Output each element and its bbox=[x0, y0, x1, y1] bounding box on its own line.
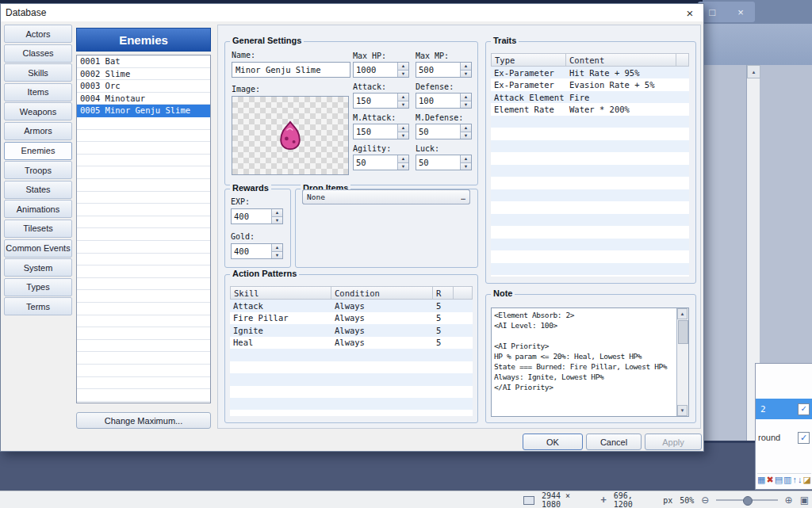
zoom-out-icon[interactable]: ⊖ bbox=[701, 495, 709, 506]
sidebar-category-tab[interactable]: States bbox=[4, 181, 72, 199]
sidebar-category-tab[interactable]: Types bbox=[4, 278, 72, 296]
sidebar-category-tab[interactable]: Terms bbox=[4, 297, 72, 315]
ok-button[interactable]: OK bbox=[523, 434, 583, 450]
sidebar-category-tab[interactable]: Actors bbox=[4, 25, 72, 43]
spin-down-icon[interactable]: ▼ bbox=[272, 251, 282, 259]
enemy-list-item[interactable]: 0002 Slime bbox=[77, 68, 210, 81]
enemy-image-box[interactable] bbox=[232, 96, 349, 175]
note-text[interactable]: <Element Absorb: 2> <AI Level: 100> <AI … bbox=[494, 310, 675, 414]
spin-down-icon[interactable]: ▼ bbox=[272, 216, 282, 224]
scroll-up-icon[interactable]: ▲ bbox=[677, 308, 688, 319]
drop-item-button[interactable]: None … bbox=[302, 189, 470, 204]
sidebar-category-tab[interactable]: Items bbox=[4, 83, 72, 101]
spin-up-icon[interactable]: ▲ bbox=[398, 63, 408, 70]
name-input[interactable] bbox=[232, 62, 350, 78]
edit-icon[interactable]: ◪ bbox=[803, 475, 811, 485]
sidebar-category-tab[interactable]: Troops bbox=[4, 161, 72, 179]
move-up-icon[interactable]: ↑ bbox=[792, 475, 797, 485]
enemy-list-item[interactable]: 0003 Orc bbox=[77, 80, 210, 93]
layer-checkbox[interactable]: ✓ bbox=[798, 403, 810, 415]
stat-value[interactable]: 500 bbox=[416, 63, 460, 77]
action-row[interactable]: Attack Always 5 bbox=[230, 300, 473, 312]
layer-row-round[interactable]: round ✓ bbox=[756, 427, 812, 448]
enemy-list-item[interactable]: 0001 Bat bbox=[77, 55, 210, 68]
stat-spinner[interactable]: 100 ▲ ▼ bbox=[416, 93, 472, 109]
enemy-list-item[interactable]: 0005 Minor Genju Slime bbox=[77, 105, 210, 117]
spin-down-icon[interactable]: ▼ bbox=[398, 101, 408, 109]
cancel-button[interactable]: Cancel bbox=[586, 434, 642, 450]
exp-value[interactable]: 400 bbox=[232, 209, 271, 223]
gold-value[interactable]: 400 bbox=[232, 244, 271, 258]
spin-down-icon[interactable]: ▼ bbox=[398, 132, 408, 139]
gold-spinner[interactable]: 400 ▲ ▼ bbox=[231, 243, 283, 259]
sidebar-category-tab[interactable]: Armors bbox=[4, 122, 72, 140]
zoom-level[interactable]: 50% bbox=[680, 496, 694, 505]
stat-spinner[interactable]: 1000 ▲ ▼ bbox=[353, 62, 409, 78]
stat-spinner[interactable]: 50 ▲ ▼ bbox=[353, 155, 409, 170]
spin-up-icon[interactable]: ▲ bbox=[398, 124, 408, 132]
sidebar-category-tab[interactable]: Weapons bbox=[4, 102, 72, 120]
stat-value[interactable]: 100 bbox=[416, 94, 460, 108]
spin-up-icon[interactable]: ▲ bbox=[461, 155, 471, 162]
layer-checkbox-round[interactable]: ✓ bbox=[798, 432, 810, 444]
dialog-close-icon[interactable]: × bbox=[683, 6, 697, 20]
stat-value[interactable]: 50 bbox=[416, 124, 460, 139]
trait-row[interactable]: Ex-Parameter Evasion Rate + 5% bbox=[491, 79, 689, 92]
stat-value[interactable]: 150 bbox=[354, 124, 397, 139]
spin-up-icon[interactable]: ▲ bbox=[461, 124, 471, 132]
add-icon[interactable]: ▦ bbox=[757, 475, 765, 485]
stat-spinner[interactable]: 50 ▲ ▼ bbox=[416, 155, 472, 170]
scroll-down-icon[interactable]: ▼ bbox=[677, 405, 688, 416]
action-row[interactable]: Heal Always 5 bbox=[230, 337, 473, 349]
note-scrollbar[interactable]: ▲ ▼ bbox=[676, 308, 688, 416]
stat-value[interactable]: 150 bbox=[354, 94, 397, 108]
spin-down-icon[interactable]: ▼ bbox=[461, 70, 471, 78]
spin-up-icon[interactable]: ▲ bbox=[461, 94, 471, 101]
restore-icon[interactable]: □ bbox=[709, 7, 715, 17]
stat-value[interactable]: 50 bbox=[354, 155, 397, 170]
spin-up-icon[interactable]: ▲ bbox=[398, 94, 408, 101]
spin-down-icon[interactable]: ▼ bbox=[461, 132, 471, 139]
apply-button[interactable]: Apply bbox=[645, 434, 702, 450]
dialog-titlebar[interactable]: Database × bbox=[1, 4, 703, 21]
spin-up-icon[interactable]: ▲ bbox=[461, 63, 471, 70]
spin-down-icon[interactable]: ▼ bbox=[398, 70, 408, 78]
spin-up-icon[interactable]: ▲ bbox=[398, 155, 408, 162]
stat-spinner[interactable]: 150 ▲ ▼ bbox=[353, 124, 409, 139]
trait-row[interactable]: Attack Element Fire bbox=[491, 91, 689, 104]
paste-icon[interactable]: ▥ bbox=[783, 475, 791, 485]
action-row[interactable]: Fire Pillar Always 5 bbox=[230, 312, 473, 325]
delete-icon[interactable]: ✖ bbox=[766, 475, 773, 485]
trait-row[interactable]: Element Rate Water * 200% bbox=[491, 104, 689, 116]
spin-down-icon[interactable]: ▼ bbox=[398, 162, 408, 170]
stat-value[interactable]: 50 bbox=[416, 155, 460, 170]
zoom-slider-handle[interactable] bbox=[743, 496, 753, 506]
stat-spinner[interactable]: 50 ▲ ▼ bbox=[416, 124, 472, 139]
copy-icon[interactable]: ▤ bbox=[775, 475, 783, 485]
zoom-slider[interactable] bbox=[716, 499, 777, 501]
sidebar-category-tab[interactable]: Animations bbox=[4, 200, 72, 218]
action-row[interactable]: Ignite Always 5 bbox=[230, 324, 473, 337]
stat-spinner[interactable]: 150 ▲ ▼ bbox=[353, 93, 409, 109]
sidebar-category-tab[interactable]: Classes bbox=[4, 44, 72, 63]
move-down-icon[interactable]: ↓ bbox=[798, 475, 802, 485]
stat-value[interactable]: 1000 bbox=[354, 63, 397, 77]
spin-down-icon[interactable]: ▼ bbox=[461, 101, 471, 109]
scroll-up-icon[interactable]: ▲ bbox=[747, 65, 760, 78]
note-textarea[interactable]: <Element Absorb: 2> <AI Level: 100> <AI … bbox=[491, 307, 689, 417]
sidebar-category-tab[interactable]: Skills bbox=[4, 63, 72, 82]
enemy-list-item[interactable]: 0004 Minotaur bbox=[77, 93, 210, 105]
sidebar-category-tab[interactable]: Enemies bbox=[4, 142, 72, 160]
stat-spinner[interactable]: 500 ▲ ▼ bbox=[416, 62, 472, 78]
change-maximum-button[interactable]: Change Maximum... bbox=[76, 412, 211, 429]
unit-select[interactable]: px bbox=[663, 496, 672, 505]
close-icon[interactable]: × bbox=[737, 7, 744, 17]
spin-down-icon[interactable]: ▼ bbox=[461, 162, 471, 170]
layer-row-selected[interactable]: 2 ✓ bbox=[756, 399, 812, 419]
sidebar-category-tab[interactable]: System bbox=[4, 258, 72, 277]
zoom-fit-icon[interactable]: ▣ bbox=[800, 495, 809, 506]
spin-up-icon[interactable]: ▲ bbox=[272, 209, 282, 216]
sidebar-category-tab[interactable]: Tilesets bbox=[4, 220, 72, 238]
exp-spinner[interactable]: 400 ▲ ▼ bbox=[231, 208, 283, 224]
note-scroll-thumb[interactable] bbox=[678, 320, 688, 344]
